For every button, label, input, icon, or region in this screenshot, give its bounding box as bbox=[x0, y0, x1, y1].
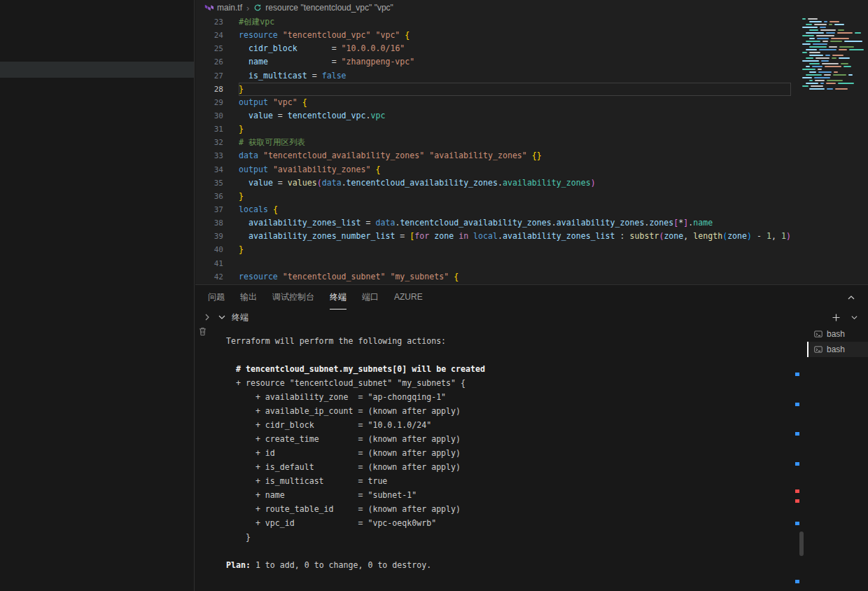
breadcrumb-file[interactable]: main.tf bbox=[217, 3, 242, 13]
code-text: # 获取可用区列表 bbox=[239, 136, 791, 149]
panel-tab-terminal[interactable]: 终端 bbox=[330, 285, 346, 310]
minimap-line bbox=[802, 88, 865, 90]
gutter-gap bbox=[223, 270, 239, 284]
terminal-line: + create_time = (known after apply) bbox=[226, 432, 485, 446]
line-number: 36 bbox=[195, 190, 223, 203]
panel-tabs: 问题输出调试控制台终端端口AZURE bbox=[208, 285, 423, 310]
code-line[interactable]: 39 availability_zones_number_list = [for… bbox=[195, 230, 791, 243]
breadcrumb-symbol[interactable]: resource "tencentcloud_vpc" "vpc" bbox=[265, 3, 393, 13]
terminal-line: + is_default = (known after apply) bbox=[226, 460, 485, 474]
code-text: availability_zones_list = data.tencentcl… bbox=[239, 216, 791, 230]
terminal-line: + route_table_id = (known after apply) bbox=[226, 502, 485, 516]
new-terminal-button[interactable] bbox=[829, 310, 843, 324]
code-line[interactable]: 42resource "tencentcloud_subnet" "my_sub… bbox=[195, 270, 791, 284]
terminal-section-collapse[interactable] bbox=[217, 310, 227, 324]
line-number: 42 bbox=[195, 270, 223, 284]
gutter-gap bbox=[223, 83, 239, 96]
code-text: } bbox=[239, 190, 791, 203]
code-line[interactable]: 28} bbox=[195, 83, 791, 96]
terminal-line: Plan: 1 to add, 0 to change, 0 to destro… bbox=[226, 558, 485, 572]
code-text: value = values(data.tencentcloud_availab… bbox=[239, 176, 791, 190]
code-line[interactable]: 37locals { bbox=[195, 203, 791, 216]
line-number: 35 bbox=[195, 176, 223, 190]
line-number: 34 bbox=[195, 163, 223, 176]
chevron-down-icon bbox=[851, 314, 858, 321]
line-number: 30 bbox=[195, 109, 223, 123]
panel-tab-problems[interactable]: 问题 bbox=[208, 285, 225, 310]
terminal-actions bbox=[829, 310, 861, 324]
line-number: 32 bbox=[195, 136, 223, 149]
minimap[interactable] bbox=[791, 15, 868, 284]
minimap-line bbox=[802, 74, 865, 76]
terminal-dropdown-button[interactable] bbox=[850, 310, 858, 324]
terminal-line: + name = "subnet-1" bbox=[226, 488, 485, 502]
panel-tab-azure[interactable]: AZURE bbox=[394, 285, 423, 310]
terminal-icon bbox=[814, 345, 822, 354]
breadcrumb: main.tf › resource "tencentcloud_vpc" "v… bbox=[195, 0, 868, 15]
terminal-list-item[interactable]: bash bbox=[807, 342, 868, 357]
code-line[interactable]: 36} bbox=[195, 190, 791, 203]
minimap-line bbox=[802, 71, 865, 73]
code-line[interactable]: 29output "vpc" { bbox=[195, 96, 791, 109]
code-line[interactable]: 34output "availability_zones" { bbox=[195, 163, 791, 176]
gutter-gap bbox=[223, 203, 239, 216]
panel-tab-debug-console[interactable]: 调试控制台 bbox=[272, 285, 314, 310]
gutter-gap bbox=[223, 42, 239, 55]
minimap-line bbox=[802, 46, 865, 48]
minimap-line bbox=[802, 18, 865, 20]
line-number: 23 bbox=[195, 15, 223, 29]
minimap-line bbox=[802, 55, 865, 56]
code-editor[interactable]: 23#创建vpc24resource "tencentcloud_vpc" "v… bbox=[195, 15, 791, 284]
terminal-line: + availability_zone = "ap-chongqing-1" bbox=[226, 390, 485, 404]
gutter-gap bbox=[223, 257, 239, 270]
panel-maximize-button[interactable] bbox=[844, 291, 858, 305]
panel-tabbar: 问题输出调试控制台终端端口AZURE bbox=[195, 285, 868, 310]
terminal-list-item[interactable]: bash bbox=[807, 326, 868, 342]
code-text: data "tencentcloud_availability_zones" "… bbox=[239, 149, 791, 162]
gutter-gap bbox=[223, 69, 239, 83]
error-decoration bbox=[795, 489, 799, 493]
sidebar-selected-row[interactable] bbox=[0, 62, 194, 78]
line-number: 37 bbox=[195, 203, 223, 216]
code-line[interactable]: 41 bbox=[195, 257, 791, 270]
code-text: is_multicast = false bbox=[239, 69, 791, 83]
gutter-gap bbox=[223, 176, 239, 190]
code-line[interactable]: 32# 获取可用区列表 bbox=[195, 136, 791, 149]
code-line[interactable]: 26 name = "zhangpeng-vpc" bbox=[195, 55, 791, 69]
chevron-up-icon bbox=[847, 293, 855, 302]
scrollbar-thumb[interactable] bbox=[799, 531, 804, 556]
gutter-gap bbox=[223, 190, 239, 203]
panel-tab-output[interactable]: 输出 bbox=[240, 285, 257, 310]
chevron-right-icon: › bbox=[246, 3, 249, 13]
terminal[interactable]: Terraform will perform the following act… bbox=[195, 325, 868, 591]
code-line[interactable]: 25 cidr_block = "10.0.0.0/16" bbox=[195, 42, 791, 55]
terminal-scrollbar[interactable] bbox=[794, 325, 804, 591]
code-text: } bbox=[239, 83, 791, 96]
code-line[interactable]: 35 value = values(data.tencentcloud_avai… bbox=[195, 176, 791, 190]
command-decoration bbox=[795, 403, 799, 406]
code-line[interactable]: 30 value = tencentcloud_vpc.vpc bbox=[195, 109, 791, 123]
panel-tab-ports[interactable]: 端口 bbox=[362, 285, 379, 310]
minimap-line bbox=[802, 29, 865, 31]
minimap-line bbox=[802, 49, 865, 50]
code-line[interactable]: 40} bbox=[195, 243, 791, 256]
minimap-line bbox=[802, 57, 865, 59]
trash-icon[interactable] bbox=[199, 326, 206, 339]
gutter-gap bbox=[223, 15, 239, 29]
code-line[interactable]: 27 is_multicast = false bbox=[195, 69, 791, 83]
code-line[interactable]: 38 availability_zones_list = data.tencen… bbox=[195, 216, 791, 230]
gutter-gap bbox=[223, 149, 239, 162]
minimap-line bbox=[802, 38, 865, 39]
minimap-line bbox=[802, 52, 865, 53]
terminal-section-header: 终端 bbox=[195, 310, 868, 325]
code-line[interactable]: 23#创建vpc bbox=[195, 15, 791, 29]
code-text: } bbox=[239, 243, 791, 256]
panel-expand-button[interactable] bbox=[202, 310, 212, 324]
terminal-icon bbox=[814, 330, 822, 338]
code-line[interactable]: 33data "tencentcloud_availability_zones"… bbox=[195, 149, 791, 162]
minimap-line bbox=[802, 21, 865, 22]
terminal-line: + resource "tencentcloud_subnet" "my_sub… bbox=[226, 376, 485, 390]
code-text: cidr_block = "10.0.0.0/16" bbox=[239, 42, 791, 55]
code-line[interactable]: 31} bbox=[195, 123, 791, 136]
code-line[interactable]: 24resource "tencentcloud_vpc" "vpc" { bbox=[195, 29, 791, 42]
